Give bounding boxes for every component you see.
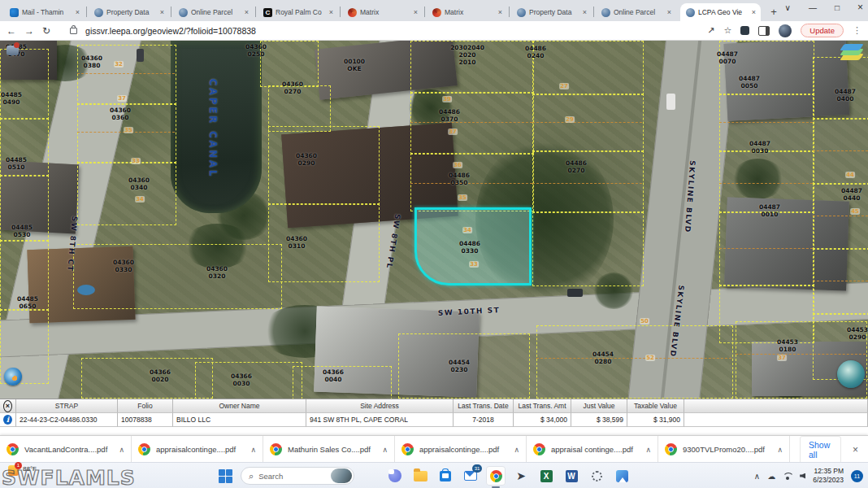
browser-tab[interactable]: Matrix× (427, 3, 507, 21)
padlock-icon[interactable] (70, 28, 77, 34)
settings-taskbar-icon[interactable] (587, 466, 606, 486)
download-item[interactable]: Mathurin Sales Co....pdf∧ (263, 436, 395, 463)
tab-close-icon[interactable]: × (666, 8, 673, 16)
close-window-button[interactable]: × (857, 2, 863, 13)
chat-icon (388, 469, 401, 482)
tab-label: Property Data (529, 8, 578, 16)
snagit-icon: ➤ (516, 470, 526, 481)
table-row[interactable]: i22-44-23-C2-04486.033010078838BILLO LLC… (0, 413, 868, 427)
download-filename: VacantLandContra....pdf (24, 445, 113, 454)
tab-close-icon[interactable]: × (243, 8, 250, 16)
snagit-taskbar-icon[interactable]: ➤ (511, 466, 531, 486)
downloads-bar-right: Show all × (790, 436, 868, 463)
table-cell: 10078838 (118, 413, 173, 427)
wifi-icon[interactable] (783, 473, 792, 480)
close-downloads-bar-icon[interactable]: × (853, 444, 858, 455)
browser-tab[interactable]: Property Data× (511, 3, 592, 21)
profile-avatar[interactable] (779, 24, 792, 37)
taskbar-search[interactable]: ⌕ Search (241, 467, 354, 485)
browser-tab-strip: Mail - Thamin×Property Data×Online Parce… (0, 0, 868, 21)
browser-tab[interactable]: Online Parcel× (173, 3, 254, 21)
tab-close-icon[interactable]: × (158, 8, 166, 16)
table-header-cell: Taxable Value (627, 399, 684, 413)
parcel-half-line (719, 183, 813, 184)
download-item[interactable]: VacantLandContra....pdf∧ (0, 436, 132, 463)
browser-tab[interactable]: Online Parcel× (596, 3, 676, 21)
download-options-chevron-icon[interactable]: ∧ (119, 446, 124, 454)
tab-close-icon[interactable]: × (328, 8, 335, 16)
parcel-boundary (813, 118, 868, 185)
tab-search-chevron-icon[interactable]: ∨ (785, 3, 791, 12)
download-filename: Mathurin Sales Co....pdf (288, 445, 376, 454)
table-cell: BILLO LLC (173, 413, 306, 427)
download-item[interactable]: 9300TVLPromo20....pdf∧ (658, 436, 790, 463)
browser-tab[interactable]: Mail - Thamin× (4, 3, 85, 21)
parcel-result-table: ×STRAPFolioOwner NameSite AddressLast Tr… (0, 399, 868, 436)
back-button[interactable]: ← (7, 25, 16, 37)
download-options-chevron-icon[interactable]: ∧ (382, 446, 388, 454)
parcel-label: 04487 0050 (739, 75, 760, 89)
tab-label: Matrix (360, 8, 409, 16)
pdf-file-icon (138, 443, 150, 455)
download-options-chevron-icon[interactable]: ∧ (645, 446, 651, 454)
table-cell: $ 38,599 (571, 413, 627, 427)
pdf-file-icon (7, 443, 19, 455)
photos-taskbar-icon[interactable] (612, 466, 631, 486)
show-all-downloads-button[interactable]: Show all (800, 436, 841, 464)
maximize-button[interactable]: □ (835, 3, 840, 12)
store-taskbar-icon[interactable] (436, 466, 455, 486)
tab-close-icon[interactable]: × (74, 8, 81, 16)
download-options-chevron-icon[interactable]: ∧ (777, 446, 783, 454)
bookmark-star-icon[interactable]: ☆ (723, 25, 731, 36)
parcel-half-line (532, 183, 642, 184)
reload-button[interactable]: ↻ (42, 25, 50, 37)
minimize-button[interactable]: — (809, 3, 817, 12)
photos-icon (616, 470, 628, 482)
start-button[interactable] (215, 466, 235, 486)
folder-taskbar-icon[interactable] (410, 466, 430, 486)
chrome-taskbar-icon[interactable] (486, 466, 506, 486)
extension-icon[interactable] (740, 26, 749, 35)
tab-close-icon[interactable]: × (412, 8, 419, 16)
excel-taskbar-icon[interactable]: X (536, 466, 556, 486)
download-options-chevron-icon[interactable]: ∧ (250, 446, 256, 454)
mail-taskbar-icon[interactable]: 31 (461, 466, 480, 486)
parcel-half-line (719, 248, 813, 249)
tab-close-icon[interactable]: × (581, 8, 588, 16)
onedrive-cloud-icon[interactable]: ☁ (767, 472, 775, 481)
settings-icon (592, 471, 602, 481)
row-info-icon[interactable]: i (3, 415, 12, 425)
chat-taskbar-icon[interactable] (385, 466, 405, 486)
browser-menu-icon[interactable]: ⋮ (853, 25, 861, 36)
tab-close-icon[interactable]: × (750, 8, 757, 16)
task-view-taskbar-icon[interactable] (360, 466, 380, 486)
clock[interactable]: 12:35 PM 6/23/2023 (813, 467, 844, 484)
side-panel-icon[interactable] (758, 26, 770, 36)
forward-button[interactable]: → (24, 25, 34, 37)
download-item[interactable]: appraisal continge....pdf∧ (527, 436, 658, 463)
share-icon[interactable]: ↗ (707, 25, 714, 36)
new-tab-button[interactable]: + (766, 4, 782, 20)
parcel-boundary (719, 211, 814, 286)
parcel-label: 04360 0380 (81, 54, 102, 69)
word-taskbar-icon[interactable]: W (562, 466, 581, 486)
download-item[interactable]: appraisalcontinge....pdf∧ (132, 436, 263, 463)
close-table-icon[interactable]: × (3, 400, 12, 412)
parcel-label: 04487 0010 (759, 203, 780, 218)
chrome-update-button[interactable]: Update (801, 24, 844, 37)
notification-count-badge[interactable]: 11 (851, 470, 863, 482)
download-item[interactable]: appraisalcontinge....pdf∧ (395, 436, 527, 463)
browser-tab[interactable]: LCPA Geo Vie× (680, 3, 761, 21)
browser-tab[interactable]: Property Data× (89, 3, 169, 21)
address-bar[interactable]: gissvr.leepa.org/geoview2/?folioid=10078… (85, 26, 699, 36)
tray-chevron-up-icon[interactable]: ∧ (754, 472, 760, 481)
volume-icon[interactable] (800, 473, 805, 479)
browser-tab[interactable]: CRoyal Palm Co× (258, 3, 338, 21)
browser-tab[interactable]: Matrix× (342, 3, 423, 21)
download-options-chevron-icon[interactable]: ∧ (514, 446, 519, 454)
gis-aerial-map[interactable]: 04485 047004360 038004360 025000100 OKE2… (0, 41, 868, 399)
word-icon: W (566, 470, 578, 482)
tab-close-icon[interactable]: × (497, 8, 504, 16)
chrome-icon (490, 470, 502, 482)
layers-icon[interactable] (842, 44, 863, 62)
